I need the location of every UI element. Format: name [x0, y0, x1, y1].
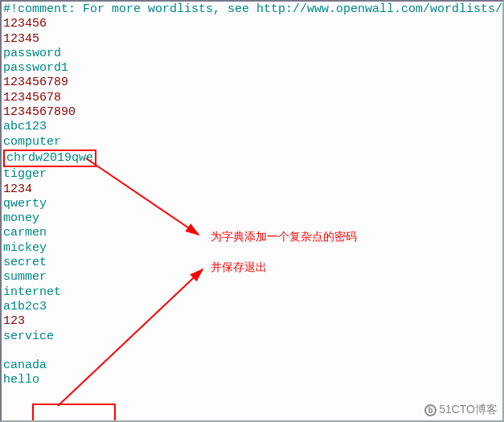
wordlist-line: qwerty [3, 197, 501, 211]
wordlist-line: money [3, 211, 501, 226]
watermark-icon: b [424, 404, 436, 416]
wordlist-line: 123 [3, 314, 501, 329]
wordlist-line: 123456 [3, 17, 501, 31]
wordlist-line: password1 [3, 61, 501, 76]
wordlist-line: a1b2c3 [3, 300, 501, 314]
wordlist-line: hello [3, 373, 501, 387]
watermark-text: 51CTO博客 [439, 403, 498, 417]
wordlist-line: tigger [3, 167, 501, 182]
wordlist-line: 12345678 [3, 91, 501, 105]
wordlist-line: abc123 [3, 120, 501, 134]
comment-line: #!comment: For more wordlists, see http:… [3, 2, 501, 17]
wordlist-line: canada [3, 358, 501, 373]
wordlist-line: password [3, 47, 501, 61]
blank-line [3, 344, 501, 358]
watermark: b 51CTO博客 [424, 403, 498, 417]
annotation-text: 为字典添加一个复杂点的密码 [211, 230, 357, 244]
wordlist-line: 12345 [3, 32, 501, 47]
vim-command-box: :wq [32, 404, 116, 422]
wordlist-line: internet [3, 285, 501, 300]
wordlist-line: 1234567890 [3, 105, 501, 120]
wordlist-line: service [3, 330, 501, 344]
highlighted-password: chrdw2019qwe [3, 150, 96, 167]
wordlist-line: computer [3, 135, 501, 150]
wordlist-line: 123456789 [3, 76, 501, 90]
editor-content[interactable]: #!comment: For more wordlists, see http:… [2, 2, 502, 422]
wordlist-line: 1234 [3, 182, 501, 197]
annotation-text: 并保存退出 [211, 260, 267, 275]
